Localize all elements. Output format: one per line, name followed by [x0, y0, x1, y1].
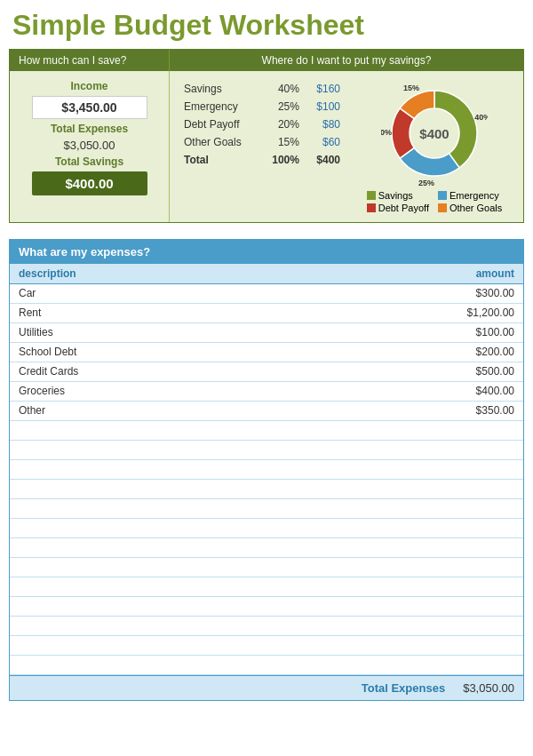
expenses-section: What are my expenses? description amount… [9, 239, 524, 701]
table-row: Utilities$100.00 [10, 323, 523, 343]
table-row [10, 499, 523, 519]
savings-row-label: Emergency [179, 98, 259, 115]
expense-description[interactable] [19, 502, 21, 515]
savings-row-label: Total [179, 151, 259, 169]
top-section: How much can I save? Where do I want to … [9, 49, 524, 223]
expense-amount[interactable]: $500.00 [476, 365, 514, 378]
expense-description[interactable] [19, 521, 21, 535]
expense-description[interactable] [19, 600, 21, 613]
expense-description[interactable]: Rent [19, 306, 41, 320]
expenses-col-header: description amount [10, 264, 523, 284]
table-row [10, 460, 523, 480]
expense-amount[interactable]: $350.00 [476, 404, 514, 418]
expense-amount[interactable] [512, 541, 514, 554]
legend-color-box [367, 191, 376, 200]
table-row [10, 519, 523, 538]
legend: SavingsEmergencyDebt PayoffOther Goals [367, 190, 503, 213]
savings-row-label: Other Goals [179, 133, 259, 151]
table-row [10, 597, 523, 617]
expense-rows: Car$300.00Rent$1,200.00Utilities$100.00S… [10, 284, 523, 675]
expense-description[interactable] [19, 580, 21, 593]
expense-description[interactable] [19, 639, 21, 652]
expense-description[interactable] [19, 619, 21, 633]
legend-item: Other Goals [438, 203, 502, 213]
svg-text:15%: 15% [403, 84, 419, 92]
table-row [10, 577, 523, 597]
savings-row-pct: 40% [259, 80, 305, 98]
legend-label: Other Goals [449, 203, 502, 213]
expense-amount[interactable]: $300.00 [476, 287, 514, 300]
expense-amount[interactable] [512, 482, 514, 496]
savings-row-label: Savings [179, 80, 259, 98]
savings-row-amount: $100 [305, 98, 346, 115]
col-amount-header: amount [476, 267, 514, 280]
expense-amount[interactable]: $100.00 [476, 326, 514, 339]
expense-amount[interactable] [512, 561, 514, 574]
expense-amount[interactable] [512, 658, 514, 672]
svg-text:20%: 20% [381, 128, 392, 137]
savings-row-pct: 100% [259, 151, 305, 169]
legend-label: Savings [378, 190, 413, 201]
expense-description[interactable]: School Debt [19, 346, 76, 359]
donut-center-label: $400 [419, 126, 449, 141]
table-row [10, 538, 523, 558]
table-row [10, 441, 523, 460]
table-row: Credit Cards$500.00 [10, 362, 523, 382]
table-row: Car$300.00 [10, 284, 523, 304]
table-row [10, 421, 523, 441]
expense-amount[interactable]: $200.00 [476, 346, 514, 359]
expense-amount[interactable] [512, 502, 514, 515]
income-label: Income [70, 80, 107, 92]
legend-item: Savings [367, 190, 431, 201]
expense-description[interactable] [19, 424, 21, 437]
page-title: Simple Budget Worksheet [9, 9, 524, 42]
expense-amount[interactable] [512, 639, 514, 652]
expense-description[interactable]: Utilities [19, 326, 53, 339]
expense-description[interactable] [19, 561, 21, 574]
expense-description[interactable] [19, 443, 21, 457]
savings-row-amount: $400 [305, 151, 346, 169]
expenses-footer: Total Expenses $3,050.00 [10, 675, 523, 700]
expense-amount[interactable] [512, 521, 514, 535]
expense-amount[interactable] [512, 619, 514, 633]
savings-row-amount: $160 [305, 80, 346, 98]
total-savings-value: $400.00 [32, 171, 147, 195]
expense-description[interactable] [19, 658, 21, 672]
expense-description[interactable] [19, 482, 21, 496]
savings-row-pct: 15% [259, 133, 305, 151]
table-row [10, 617, 523, 636]
expense-amount[interactable] [512, 580, 514, 593]
savings-row-pct: 20% [259, 115, 305, 133]
table-row [10, 558, 523, 577]
savings-row-pct: 25% [259, 98, 305, 115]
right-panel: Savings40%$160Emergency25%$100Debt Payof… [170, 71, 523, 222]
expense-amount[interactable] [512, 600, 514, 613]
table-row: School Debt$200.00 [10, 343, 523, 362]
savings-row-label: Debt Payoff [179, 115, 259, 133]
top-header-row: How much can I save? Where do I want to … [10, 50, 523, 71]
expense-description[interactable] [19, 463, 21, 476]
expense-description[interactable]: Other [19, 404, 45, 418]
expense-description[interactable]: Car [19, 287, 36, 300]
expense-description[interactable]: Credit Cards [19, 365, 78, 378]
legend-label: Emergency [449, 190, 499, 201]
expense-amount[interactable] [512, 424, 514, 437]
legend-item: Debt Payoff [367, 203, 431, 213]
total-expenses-label: Total Expenses [51, 123, 128, 135]
expense-amount[interactable]: $400.00 [476, 385, 514, 398]
col-description-header: description [19, 267, 76, 280]
table-row [10, 480, 523, 499]
table-row [10, 636, 523, 656]
total-savings-label: Total Savings [55, 155, 123, 168]
expense-amount[interactable] [512, 463, 514, 476]
expense-description[interactable] [19, 541, 21, 554]
income-value[interactable]: $3,450.00 [32, 96, 147, 119]
table-row: Rent$1,200.00 [10, 304, 523, 323]
expense-description[interactable]: Groceries [19, 385, 65, 398]
savings-row-amount: $80 [305, 115, 346, 133]
top-body: Income $3,450.00 Total Expenses $3,050.0… [10, 71, 523, 222]
expense-amount[interactable]: $1,200.00 [467, 306, 514, 320]
right-header: Where do I want to put my savings? [170, 50, 523, 71]
expense-amount[interactable] [512, 443, 514, 457]
legend-item: Emergency [438, 190, 502, 201]
